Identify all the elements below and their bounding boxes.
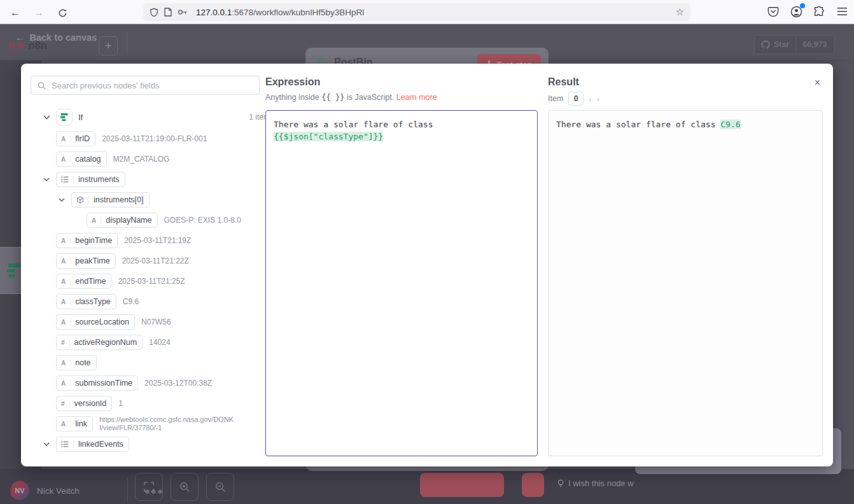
string-type-icon: A bbox=[61, 421, 71, 428]
field-pill[interactable]: AdisplayName bbox=[87, 213, 158, 228]
string-type-icon: A bbox=[61, 360, 71, 367]
expression-title: Expression bbox=[265, 76, 320, 88]
tree-item-beginTime[interactable]: AbeginTime2025-03-11T21:19Z bbox=[43, 230, 270, 251]
field-pill[interactable]: #activeRegionNum bbox=[56, 335, 143, 350]
menu-hamburger-icon[interactable] bbox=[835, 4, 849, 18]
field-name: peakTime bbox=[71, 256, 109, 265]
bookmark-star-icon[interactable]: ☆ bbox=[676, 6, 684, 18]
field-pill[interactable]: #versionId bbox=[56, 396, 112, 411]
tree-item-linkedEvents[interactable]: linkedEvents bbox=[43, 434, 270, 454]
avatar[interactable]: NV bbox=[10, 481, 29, 500]
search-input[interactable] bbox=[31, 76, 260, 95]
field-pill[interactable]: ApeakTime bbox=[56, 253, 116, 269]
pocket-icon[interactable] bbox=[766, 4, 780, 18]
field-name: beginTime bbox=[71, 236, 112, 245]
zoom-to-fit-button[interactable] bbox=[135, 473, 163, 501]
tree-item-sourceLocation[interactable]: AsourceLocationN07W56 bbox=[43, 312, 270, 332]
field-name: endTime bbox=[71, 277, 106, 286]
field-name: flrID bbox=[71, 134, 90, 143]
refresh-icon bbox=[58, 8, 67, 18]
prev-item-icon[interactable]: ‹ bbox=[589, 94, 591, 104]
tree-root-if-node[interactable]: If 1 item bbox=[43, 106, 270, 129]
result-text: There was a solar flare of class bbox=[556, 120, 720, 129]
tree-item-displayName[interactable]: AdisplayNameGOES-P: EXIS 1.0-8.0 bbox=[43, 210, 270, 230]
string-type-icon: A bbox=[61, 278, 71, 285]
tree-item-note[interactable]: Anote bbox=[43, 353, 270, 373]
item-pager: Item 0 ‹ › bbox=[548, 92, 599, 106]
next-item-icon[interactable]: › bbox=[597, 94, 599, 104]
field-pill[interactable]: AclassType bbox=[56, 294, 116, 309]
tree-item-peakTime[interactable]: ApeakTime2025-03-11T21:22Z bbox=[43, 251, 270, 271]
browser-forward-button[interactable]: → bbox=[31, 5, 46, 20]
field-pill[interactable]: AendTime bbox=[56, 274, 111, 289]
item-label: Item bbox=[548, 94, 563, 103]
item-index-box[interactable]: 0 bbox=[568, 92, 584, 106]
field-value: M2M_CATALOG bbox=[113, 155, 170, 164]
address-bar[interactable]: 127.0.0.1:5678/workflow/kubnlHf5by3BHpRl… bbox=[143, 3, 690, 21]
chevron-down-icon[interactable] bbox=[59, 198, 71, 202]
field-pill[interactable]: Anote bbox=[56, 355, 97, 370]
field-tree: If 1 item AflrID2025-03-11T21:19:00-FLR-… bbox=[43, 106, 270, 454]
field-name: instruments[0] bbox=[89, 195, 144, 204]
result-output: There was a solar flare of class C9.6 bbox=[548, 110, 823, 456]
field-pill[interactable]: instruments[0] bbox=[71, 192, 150, 207]
chevron-down-icon[interactable] bbox=[43, 115, 56, 120]
chevron-down-icon[interactable] bbox=[43, 442, 56, 446]
browser-refresh-button[interactable] bbox=[55, 5, 70, 20]
tree-item-flrID[interactable]: AflrID2025-03-11T21:19:00-FLR-001 bbox=[43, 129, 270, 149]
test-step-footer-button-dimmed[interactable] bbox=[420, 473, 504, 497]
field-value: 2025-03-11T21:19Z bbox=[124, 236, 191, 245]
chevron-down-icon[interactable] bbox=[43, 178, 56, 181]
field-value: 14024 bbox=[149, 338, 170, 347]
number-type-icon: # bbox=[61, 339, 70, 346]
tree-item-instruments[interactable]: instruments bbox=[43, 169, 270, 190]
field-name: sourceLocation bbox=[71, 318, 129, 326]
github-star-count: 66,973 bbox=[795, 36, 833, 53]
field-pill[interactable]: AsourceLocation bbox=[56, 314, 135, 330]
github-star-widget[interactable]: Star 66,973 bbox=[754, 35, 834, 54]
shield-icon[interactable] bbox=[150, 8, 158, 17]
github-icon bbox=[761, 40, 770, 49]
field-name: activeRegionNum bbox=[70, 338, 137, 347]
string-type-icon: A bbox=[61, 237, 71, 244]
add-tab-button[interactable]: + bbox=[99, 36, 118, 55]
field-pill[interactable]: AsubmissionTime bbox=[56, 375, 138, 391]
braces-code: {{ }} bbox=[321, 93, 344, 102]
zoom-in-button[interactable] bbox=[171, 473, 199, 501]
browser-back-button[interactable]: ← bbox=[8, 5, 23, 20]
tree-item-versionId[interactable]: #versionId1 bbox=[43, 393, 270, 414]
key-permission-icon[interactable] bbox=[178, 9, 188, 15]
account-icon[interactable] bbox=[789, 4, 803, 18]
tree-item-submissionTime[interactable]: AsubmissionTime2025-03-12T00:38Z bbox=[43, 373, 270, 393]
tree-item-activeRegionNum[interactable]: #activeRegionNum14024 bbox=[43, 332, 270, 353]
field-pill[interactable]: linkedEvents bbox=[56, 437, 129, 452]
search-icon bbox=[38, 81, 46, 92]
tree-item-classType[interactable]: AclassTypeC9.6 bbox=[43, 291, 270, 312]
field-pill[interactable]: AflrID bbox=[56, 131, 95, 146]
field-name: displayName bbox=[101, 216, 151, 225]
modal-close-button[interactable]: × bbox=[815, 78, 820, 88]
string-type-icon: A bbox=[61, 380, 71, 387]
zoom-out-button[interactable] bbox=[206, 473, 234, 501]
tree-item-catalog[interactable]: AcatalogM2M_CATALOG bbox=[43, 149, 270, 169]
field-value: 2025-03-12T00:38Z bbox=[144, 379, 212, 388]
back-to-canvas-link[interactable]: ← Back to canvas bbox=[15, 32, 97, 43]
field-name: versionId bbox=[70, 399, 107, 408]
tree-item-instruments[0][interactable]: instruments[0] bbox=[43, 190, 270, 210]
page-info-icon[interactable] bbox=[164, 8, 172, 17]
tree-item-link[interactable]: Alinkhttps://webtools.ccmc.gsfc.nasa.gov… bbox=[43, 414, 270, 434]
tree-item-endTime[interactable]: AendTime2025-03-11T21:25Z bbox=[43, 271, 270, 291]
tree-root-label: If bbox=[78, 113, 83, 122]
node-feedback-link[interactable]: I wish this node w bbox=[557, 479, 643, 488]
field-pill[interactable]: Acatalog bbox=[56, 151, 107, 167]
extensions-puzzle-icon[interactable] bbox=[812, 4, 826, 18]
learn-more-link[interactable]: Learn more bbox=[396, 93, 437, 102]
field-pill[interactable]: AbeginTime bbox=[56, 233, 118, 248]
expression-input[interactable]: There was a solar flare of class {{$json… bbox=[265, 110, 538, 456]
field-pill[interactable]: Alink bbox=[56, 416, 93, 431]
field-name: link bbox=[71, 419, 87, 428]
url-text: 127.0.0.1:5678/workflow/kubnlHf5by3BHpRl bbox=[196, 8, 364, 17]
stop-button-dimmed[interactable] bbox=[522, 473, 544, 497]
field-pill[interactable]: instruments bbox=[56, 172, 125, 187]
back-arrow-icon: ← bbox=[15, 32, 25, 43]
